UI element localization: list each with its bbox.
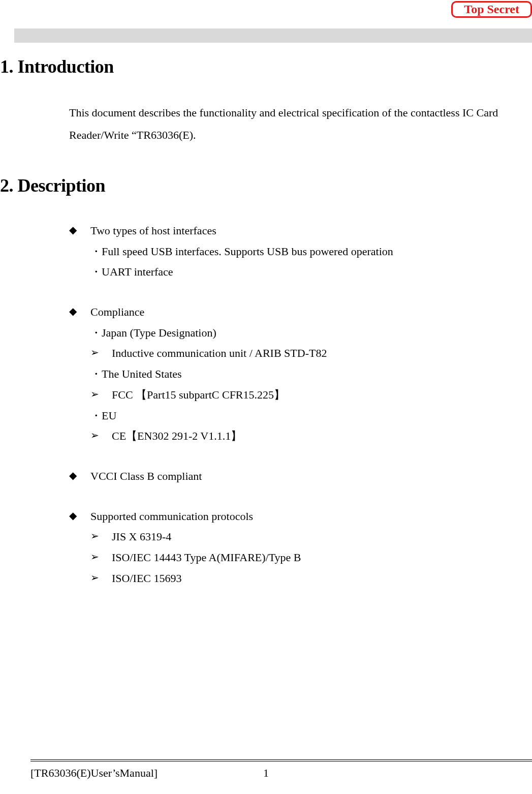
intro-paragraph: This document describes the functionalit…: [69, 102, 532, 146]
section-2-heading: 2. Description: [0, 175, 532, 196]
compliance-japan-label: ・Japan (Type Designation): [90, 323, 532, 344]
diamond-icon: ◆: [69, 506, 90, 527]
chevron-icon: ➢: [90, 547, 112, 568]
compliance-us-label: ・The United States: [90, 364, 532, 385]
page-content: 1. Introduction This document describes …: [0, 56, 532, 589]
desc-item-4: ◆ Supported communication protocols: [69, 506, 532, 527]
compliance-japan-sub-text: Inductive communication unit / ARIB STD-…: [112, 343, 327, 364]
desc-item-1-dot-1: ・Full speed USB interfaces. Supports USB…: [90, 241, 532, 262]
footer-rule-bottom: [30, 761, 532, 761]
compliance-japan-sub: ➢ Inductive communication unit / ARIB ST…: [90, 343, 532, 364]
desc-item-1-title: Two types of host interfaces: [90, 221, 216, 241]
desc-item-1-dot-2: ・UART interface: [90, 262, 532, 283]
protocols-sub-1: ➢ JIS X 6319-4: [90, 527, 532, 547]
diamond-icon: ◆: [69, 302, 90, 323]
top-secret-badge: Top Secret: [451, 1, 532, 18]
chevron-icon: ➢: [90, 527, 112, 547]
compliance-eu-sub: ➢ CE【EN302 291-2 V1.1.1】: [90, 426, 532, 447]
chevron-icon: ➢: [90, 385, 112, 406]
protocols-sub-3-text: ISO/IEC 15693: [112, 568, 182, 589]
compliance-us-sub-text: FCC 【Part15 subpartC CFR15.225】: [112, 385, 285, 406]
footer-page-number: 1: [0, 767, 532, 780]
compliance-eu-sub-text: CE【EN302 291-2 V1.1.1】: [112, 426, 242, 447]
header-gray-bar: [14, 28, 532, 43]
section-1-heading: 1. Introduction: [0, 56, 532, 77]
protocols-sub-2-text: ISO/IEC 14443 Type A(MIFARE)/Type B: [112, 547, 301, 568]
compliance-eu-label: ・EU: [90, 406, 532, 426]
desc-item-4-title: Supported communication protocols: [90, 506, 253, 527]
desc-item-3: ◆ VCCI Class B compliant: [69, 466, 532, 487]
desc-item-2-title: Compliance: [90, 302, 144, 323]
desc-item-3-title: VCCI Class B compliant: [90, 466, 202, 487]
compliance-us-sub: ➢ FCC 【Part15 subpartC CFR15.225】: [90, 385, 532, 406]
diamond-icon: ◆: [69, 221, 90, 241]
chevron-icon: ➢: [90, 426, 112, 447]
desc-item-1: ◆ Two types of host interfaces: [69, 221, 532, 241]
protocols-sub-2: ➢ ISO/IEC 14443 Type A(MIFARE)/Type B: [90, 547, 532, 568]
protocols-sub-1-text: JIS X 6319-4: [112, 527, 171, 547]
chevron-icon: ➢: [90, 343, 112, 364]
chevron-icon: ➢: [90, 568, 112, 589]
footer-rule-top: [30, 759, 532, 760]
diamond-icon: ◆: [69, 466, 90, 487]
description-body: ◆ Two types of host interfaces ・Full spe…: [69, 221, 532, 589]
desc-item-2: ◆ Compliance: [69, 302, 532, 323]
protocols-sub-3: ➢ ISO/IEC 15693: [90, 568, 532, 589]
